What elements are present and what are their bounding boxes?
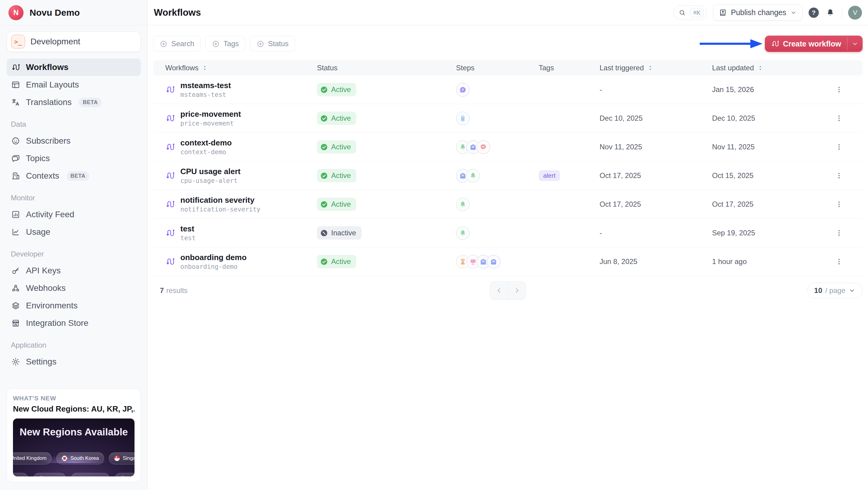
workflow-row-price-movement[interactable]: price-movement price-movement Active Dec…	[153, 104, 863, 133]
org-row[interactable]: N Novu Demo	[0, 0, 148, 25]
sidebar-item-usage[interactable]: Usage	[7, 223, 141, 241]
workflow-route-icon	[165, 171, 175, 180]
command-k-shortcut: ⌘K	[690, 8, 704, 18]
results-count: 7results	[153, 286, 188, 295]
status-cell: Active	[317, 197, 456, 211]
workflow-row-test[interactable]: test test Inactive - Sep 19, 2025	[153, 219, 863, 247]
workflow-slug: msteams-test	[180, 92, 231, 98]
sidebar-item-label: Environments	[26, 301, 78, 310]
usage-icon	[11, 227, 21, 237]
notifications-bell-button[interactable]	[825, 7, 836, 18]
content: Search Tags Status Create workflow	[148, 25, 868, 490]
help-button[interactable]: ?	[809, 7, 819, 18]
column-header-last-updated[interactable]: Last updated	[712, 64, 815, 72]
workflow-row-notification-severity[interactable]: notification severity notification-sever…	[153, 190, 863, 219]
workflow-route-icon	[165, 85, 175, 94]
sidebar-item-subscribers[interactable]: Subscribers	[7, 132, 141, 150]
api-keys-icon	[11, 266, 21, 275]
workflow-row-cpu-usage-alert[interactable]: CPU usage alert cpu-usage-alert Active a…	[153, 161, 863, 190]
column-header-last-triggered[interactable]: Last triggered	[599, 64, 712, 72]
activity-icon	[11, 210, 21, 219]
sidebar-body: >_ Development Workflows Email Layouts T…	[0, 25, 148, 490]
environments-icon	[11, 301, 21, 310]
sidebar-item-integration-store[interactable]: Integration Store	[7, 314, 141, 332]
column-header-steps: Steps	[456, 64, 539, 72]
step-email-icon	[487, 255, 500, 269]
subscribers-icon	[11, 136, 21, 146]
column-header-tags: Tags	[539, 64, 599, 72]
step-chat-icon: #	[456, 83, 470, 97]
column-header-workflows[interactable]: Workflows	[153, 64, 317, 72]
sidebar-item-label: Translations	[26, 97, 71, 107]
last-triggered-cell: Nov 11, 2025	[599, 143, 712, 151]
workflow-row-onboarding-demo[interactable]: onboarding demo onboarding-demo Active J…	[153, 247, 863, 276]
whats-new-card[interactable]: WHAT'S NEW New Cloud Regions: AU, KR, JP…	[7, 388, 141, 482]
status-cell: Active	[317, 140, 456, 154]
last-triggered-cell: Oct 17, 2025	[599, 172, 712, 180]
sidebar-item-email-layouts[interactable]: Email Layouts	[7, 76, 141, 94]
sidebar-item-api-keys[interactable]: API Keys	[7, 262, 141, 279]
row-actions-menu-button[interactable]	[832, 254, 846, 269]
sidebar-item-topics[interactable]: Topics	[7, 150, 141, 167]
chevron-left-icon	[496, 287, 503, 294]
sidebar: N Novu Demo >_ Development Workflows Ema…	[0, 0, 148, 490]
sidebar-item-activity-feed[interactable]: Activity Feed	[7, 206, 141, 223]
workflow-name-cell: CPU usage alert cpu-usage-alert	[153, 167, 317, 184]
global-search-button[interactable]: ⌘K	[673, 5, 707, 20]
ban-circle-icon	[320, 229, 328, 237]
sidebar-item-environments[interactable]: Environments	[7, 297, 141, 314]
step-push-icon	[456, 112, 470, 125]
flag-jp-icon	[38, 476, 44, 477]
create-workflow-dropdown[interactable]	[847, 36, 863, 52]
publish-changes-button[interactable]: Publish changes	[713, 4, 803, 21]
region-pill: United St	[115, 473, 134, 477]
workflow-route-icon	[165, 257, 175, 267]
sidebar-item-label: Integration Store	[26, 318, 88, 328]
workflow-row-context-demo[interactable]: context-demo context-demo Active SMS Nov…	[153, 133, 863, 161]
workflow-slug: price-movement	[180, 120, 241, 127]
row-actions-menu-button[interactable]	[832, 82, 846, 97]
filter-chip-status[interactable]: Status	[250, 36, 295, 52]
status-cell: Active	[317, 83, 456, 96]
last-updated-cell: Dec 10, 2025	[712, 114, 815, 123]
steps-cell	[456, 112, 539, 125]
row-actions-menu-button[interactable]	[832, 225, 846, 241]
integration-store-icon	[11, 318, 21, 328]
workflow-slug: test	[180, 235, 196, 241]
sidebar-item-settings[interactable]: Settings	[7, 353, 141, 370]
next-page-button[interactable]	[508, 281, 526, 300]
status-cell: Active	[317, 169, 456, 182]
workflow-icon	[771, 39, 779, 48]
prev-page-button[interactable]	[490, 281, 508, 300]
region-pill: Singapore	[109, 452, 134, 464]
whats-new-kicker: WHAT'S NEW	[13, 395, 134, 402]
environment-switcher[interactable]: >_ Development	[7, 31, 141, 52]
sidebar-section-label: Data	[11, 120, 136, 128]
user-avatar[interactable]: V	[848, 6, 862, 20]
sidebar-item-contexts[interactable]: ContextsBETA	[7, 167, 141, 185]
webhooks-icon	[11, 283, 21, 293]
create-workflow-main[interactable]: Create workflow	[765, 36, 847, 52]
sidebar-item-translations[interactable]: TranslationsBETA	[7, 94, 141, 111]
create-workflow-button[interactable]: Create workflow	[765, 36, 863, 52]
row-actions-menu-button[interactable]	[832, 111, 846, 126]
last-triggered-cell: Oct 17, 2025	[599, 200, 712, 209]
sidebar-item-webhooks[interactable]: Webhooks	[7, 279, 141, 297]
sidebar-item-workflows[interactable]: Workflows	[7, 59, 141, 76]
sidebar-item-label: API Keys	[26, 266, 61, 275]
workflows-table: WorkflowsStatusStepsTagsLast triggeredLa…	[153, 60, 863, 305]
org-name: Novu Demo	[30, 7, 80, 18]
last-triggered-cell: -	[599, 85, 712, 94]
region-pill: Japan	[33, 473, 66, 477]
workflow-row-msteams-test[interactable]: msteams-test msteams-test Active # - Jan…	[153, 75, 863, 104]
region-pills-row2: Europe Japan Australia United St	[13, 473, 134, 477]
page-size-select[interactable]: 10 / page	[807, 283, 863, 298]
row-actions-menu-button[interactable]	[832, 197, 846, 212]
environment-label: Development	[30, 37, 80, 47]
last-updated-cell: Oct 15, 2025	[712, 172, 815, 180]
filter-chip-tags[interactable]: Tags	[206, 36, 245, 52]
status-cell: Active	[317, 112, 456, 125]
row-actions-menu-button[interactable]	[832, 168, 846, 183]
filter-chip-search[interactable]: Search	[153, 36, 200, 52]
row-actions-menu-button[interactable]	[832, 140, 846, 154]
